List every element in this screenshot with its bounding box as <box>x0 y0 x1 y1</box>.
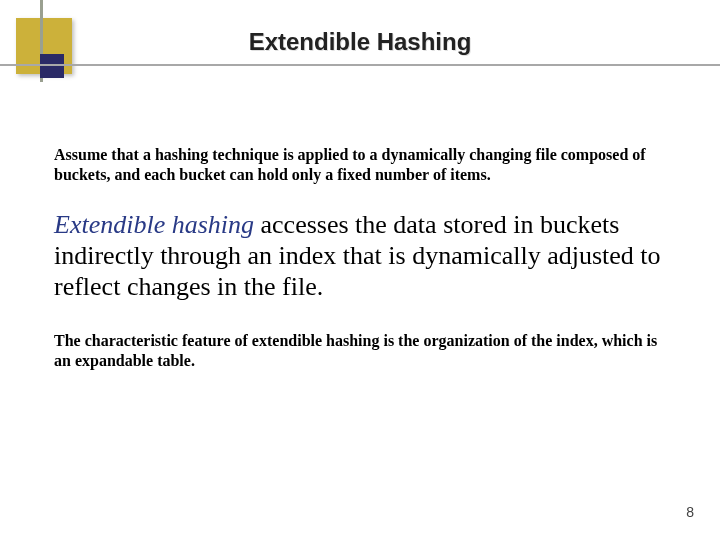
horizontal-rule <box>0 64 720 66</box>
slide: Extendible Hashing Assume that a hashing… <box>0 0 720 540</box>
slide-title: Extendible Hashing <box>0 28 720 56</box>
slide-body: Assume that a hashing technique is appli… <box>54 145 666 395</box>
footnote-paragraph: The characteristic feature of extendible… <box>54 331 666 371</box>
main-paragraph: Extendible hashing accesses the data sto… <box>54 209 666 303</box>
highlight-term: Extendible hashing <box>54 210 254 239</box>
navy-square <box>40 54 64 78</box>
intro-paragraph: Assume that a hashing technique is appli… <box>54 145 666 185</box>
page-number: 8 <box>686 504 694 520</box>
